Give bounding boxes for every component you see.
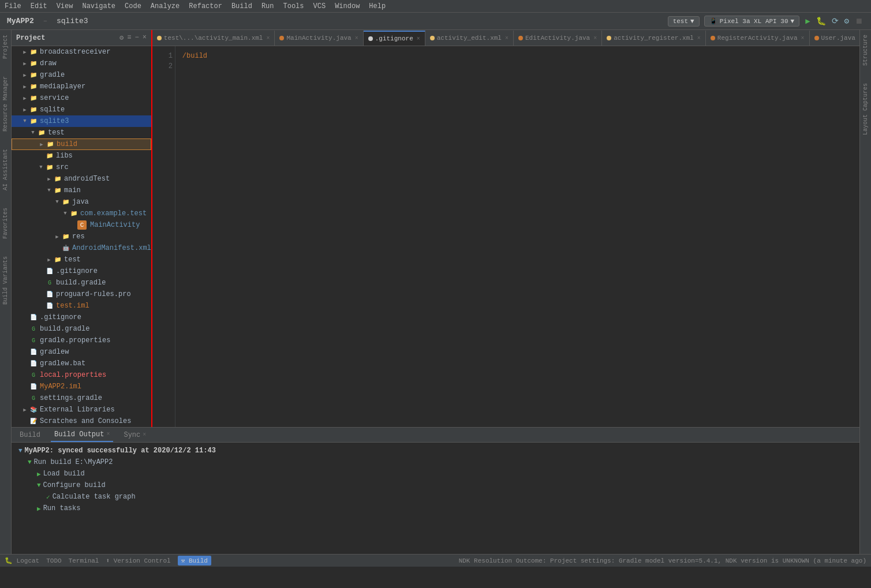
tree-item-sqlite3[interactable]: ▼ 📁 sqlite3 — [12, 115, 151, 127]
tree-item-proguard[interactable]: 📄 proguard-rules.pro — [12, 289, 151, 300]
tree-item-test-iml[interactable]: 📄 test.iml — [12, 300, 151, 312]
bottom-tab-sync[interactable]: Sync × — [120, 429, 149, 441]
tree-item-androidmanifest[interactable]: 🤖 AndroidManifest.xml — [12, 242, 151, 254]
folder-icon: 📁 — [29, 70, 38, 80]
tree-item-root-build-gradle[interactable]: G build.gradle — [12, 323, 151, 335]
tree-item-gradlew-bat[interactable]: 📄 gradlew.bat — [12, 358, 151, 369]
structure-tab[interactable]: Structure — [862, 35, 869, 66]
menu-window[interactable]: Window — [335, 2, 360, 10]
menu-navigate[interactable]: Navigate — [82, 2, 115, 10]
tree-item-test-folder[interactable]: ▶ 📁 test — [12, 254, 151, 265]
build-row-text: Run build E:\MyAPP2 — [34, 458, 113, 466]
tree-item-build-gradle[interactable]: G build.gradle — [12, 277, 151, 289]
tab-activity-edit-xml[interactable]: activity_edit.xml × — [425, 31, 514, 46]
tree-item-gitignore[interactable]: 📄 .gitignore — [12, 265, 151, 277]
menu-bar: File Edit View Navigate Code Analyze Ref… — [0, 0, 871, 13]
tree-item-java[interactable]: ▼ 📁 java — [12, 196, 151, 208]
tab-label: User.java — [821, 35, 855, 42]
tree-item-com-example-test[interactable]: ▼ 📁 com.example.test — [12, 208, 151, 219]
tree-item-gradle[interactable]: ▶ 📁 gradle — [12, 69, 151, 81]
run-config-selector[interactable]: test ▼ — [668, 16, 700, 27]
tab-dot — [518, 36, 523, 40]
ai-assistant-tab[interactable]: AI Assistant — [2, 149, 9, 190]
tree-item-local-properties[interactable]: G local.properties — [12, 369, 151, 381]
build-output-close[interactable]: × — [106, 431, 110, 437]
menu-edit[interactable]: Edit — [31, 2, 47, 10]
tree-item-gradle-properties[interactable]: G gradle.properties — [12, 335, 151, 346]
tree-item-myapp2-iml[interactable]: 📄 MyAPP2.iml — [12, 381, 151, 392]
tab-close-icon[interactable]: × — [593, 35, 597, 42]
panel-icon-minimize[interactable]: − — [134, 33, 139, 42]
tree-item-root-gitignore[interactable]: 📄 .gitignore — [12, 312, 151, 323]
tab-gitignore[interactable]: .gitignore × — [364, 31, 425, 46]
tree-item-res[interactable]: ▶ 📁 res — [12, 231, 151, 242]
debug-button[interactable]: 🐛 — [815, 15, 827, 27]
tab-close-icon[interactable]: × — [801, 35, 804, 42]
tree-item-test[interactable]: ▼ 📁 test — [12, 127, 151, 138]
menu-tools[interactable]: Tools — [283, 2, 304, 10]
panel-icon-close[interactable]: × — [143, 33, 147, 42]
menu-vcs[interactable]: VCS — [313, 2, 326, 10]
tree-item-service[interactable]: ▶ 📁 service — [12, 92, 151, 104]
code-editor[interactable]: /build — [175, 46, 859, 427]
menu-refactor[interactable]: Refactor — [189, 2, 222, 10]
device-selector[interactable]: 📱 Pixel 3a XL API 30 ▼ — [704, 16, 799, 27]
project-tree[interactable]: ▶ 📁 broadcastreceiver ▶ 📁 draw ▶ 📁 — [12, 46, 151, 427]
tab-registeractivity-java[interactable]: RegisterActivity.java × — [706, 31, 810, 46]
menu-help[interactable]: Help — [369, 2, 386, 10]
tab-activity-register-xml[interactable]: activity_register.xml × — [602, 31, 706, 46]
sync-close[interactable]: × — [143, 432, 146, 438]
tree-item-settings-gradle[interactable]: G settings.gradle — [12, 392, 151, 404]
menu-analyze[interactable]: Analyze — [151, 2, 180, 10]
panel-icon-gear[interactable]: ⚙ — [119, 33, 124, 42]
terminal-tab[interactable]: Terminal — [69, 557, 99, 564]
tree-item-broadcastreceiver[interactable]: ▶ 📁 broadcastreceiver — [12, 46, 151, 58]
tree-item-sqlite[interactable]: ▶ 📁 sqlite — [12, 104, 151, 115]
menu-run[interactable]: Run — [261, 2, 274, 10]
tree-item-androidtest[interactable]: ▶ 📁 androidTest — [12, 173, 151, 185]
tree-item-main[interactable]: ▼ 📁 main — [12, 185, 151, 196]
build-variants-tab[interactable]: Build Variants — [2, 256, 9, 305]
menu-file[interactable]: File — [5, 2, 21, 10]
tab-editactivity-java[interactable]: EditActivity.java × — [514, 31, 602, 46]
tab-close-icon[interactable]: × — [697, 35, 701, 42]
version-control-tab[interactable]: ⬆ Version Control — [106, 557, 170, 564]
tab-close-icon[interactable]: × — [505, 35, 509, 42]
tab-close-icon[interactable]: × — [417, 36, 420, 42]
tree-item-mainactivity[interactable]: C MainActivity — [12, 219, 151, 231]
todo-tab[interactable]: TODO — [46, 557, 61, 564]
tab-label: .gitignore — [375, 35, 413, 42]
stop-button[interactable]: ⏹ — [854, 16, 864, 27]
menu-code[interactable]: Code — [125, 2, 141, 10]
settings-button[interactable]: ⚙ — [843, 15, 850, 27]
tree-item-gradlew[interactable]: 📄 gradlew — [12, 346, 151, 358]
build-row-icon: ▼ — [18, 447, 23, 454]
tree-item-mediaplayer[interactable]: ▶ 📁 mediaplayer — [12, 81, 151, 92]
menu-build[interactable]: Build — [231, 2, 252, 10]
panel-icon-settings[interactable]: ≡ — [127, 33, 131, 42]
bottom-tab-build[interactable]: Build — [16, 429, 44, 441]
favorites-tab[interactable]: Favorites — [2, 208, 9, 239]
logcat-tab[interactable]: 🐛 Logcat — [5, 557, 39, 564]
menu-view[interactable]: View — [57, 2, 73, 10]
build-tab-status[interactable]: ⚒ Build — [178, 556, 211, 565]
tab-activity-main-xml[interactable]: test\...\activity_main.xml × — [152, 31, 275, 46]
tree-item-draw[interactable]: ▶ 📁 draw — [12, 58, 151, 69]
panel-header-icons: ⚙ ≡ − × — [119, 33, 147, 42]
tab-close-icon[interactable]: × — [266, 35, 270, 42]
tree-label: test — [64, 256, 81, 264]
tree-item-scratches[interactable]: 📝 Scratches and Consoles — [12, 415, 151, 427]
tree-item-build[interactable]: ▶ 📁 build — [12, 138, 151, 150]
project-tab[interactable]: Project — [2, 35, 9, 59]
tab-mainactivity-java[interactable]: MainActivity.java × — [275, 31, 363, 46]
run-button[interactable]: ▶ — [804, 15, 811, 27]
layout-captures-tab[interactable]: Layout Captures — [862, 83, 869, 135]
tree-item-external-libraries[interactable]: ▶ 📚 External Libraries — [12, 404, 151, 415]
tree-item-src[interactable]: ▼ 📁 src — [12, 162, 151, 173]
tree-item-libs[interactable]: 📁 libs — [12, 150, 151, 162]
resource-manager-tab[interactable]: Resource Manager — [2, 76, 9, 132]
bottom-tab-build-output[interactable]: Build Output × — [51, 428, 113, 442]
sync-button[interactable]: ⟳ — [831, 15, 840, 27]
tab-user-java[interactable]: User.java × — [810, 31, 860, 46]
tab-close-icon[interactable]: × — [355, 35, 358, 42]
